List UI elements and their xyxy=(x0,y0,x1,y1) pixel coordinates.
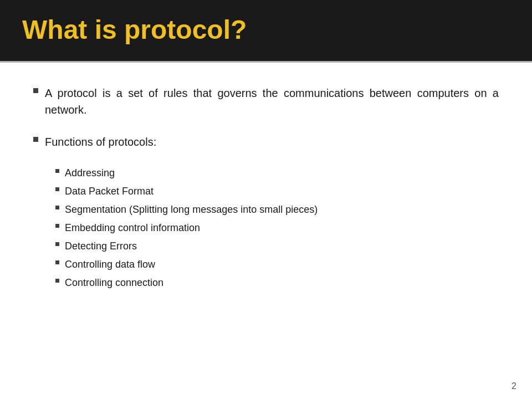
main-bullet-1: A protocol is a set of rules that govern… xyxy=(33,85,499,118)
sub-bullet-icon-4 xyxy=(55,224,59,228)
sub-bullet-6: Controlling data flow xyxy=(55,257,499,272)
bullet-icon-1 xyxy=(33,88,38,93)
sub-bullet-text-5: Detecting Errors xyxy=(65,239,137,254)
page-number: 2 xyxy=(511,381,516,391)
sub-bullet-text-2: Data Packet Format xyxy=(65,184,154,199)
sub-bullet-icon-1 xyxy=(55,169,59,173)
sub-bullet-1: Addressing xyxy=(55,166,499,181)
slide: What is protocol? A protocol is a set of… xyxy=(0,0,532,399)
sub-bullet-icon-3 xyxy=(55,206,59,209)
sub-bullet-text-6: Controlling data flow xyxy=(65,257,155,272)
slide-title: What is protocol? xyxy=(22,14,247,45)
sub-bullet-7: Controlling connection xyxy=(55,275,499,290)
sub-bullet-2: Data Packet Format xyxy=(55,184,499,199)
sub-bullet-text-7: Controlling connection xyxy=(65,275,163,290)
functions-label: Functions of protocols: xyxy=(45,134,156,150)
slide-header: What is protocol? xyxy=(0,0,532,61)
sub-bullet-3: Segmentation (Splitting long messages in… xyxy=(55,202,499,217)
sub-bullet-icon-5 xyxy=(55,242,59,246)
slide-content: A protocol is a set of rules that govern… xyxy=(0,63,532,399)
main-bullet-2: Functions of protocols: xyxy=(33,134,499,150)
sub-bullets-list: Addressing Data Packet Format Segmentati… xyxy=(55,166,499,290)
sub-bullet-icon-7 xyxy=(55,279,59,283)
sub-bullet-5: Detecting Errors xyxy=(55,239,499,254)
sub-bullet-text-4: Embedding control information xyxy=(65,221,200,236)
main-bullet-text-1: A protocol is a set of rules that govern… xyxy=(45,85,499,118)
sub-bullet-icon-6 xyxy=(55,260,59,264)
sub-bullet-4: Embedding control information xyxy=(55,221,499,236)
sub-bullet-icon-2 xyxy=(55,187,59,191)
sub-bullet-text-3: Segmentation (Splitting long messages in… xyxy=(65,202,318,217)
bullet-icon-2 xyxy=(33,137,38,142)
sub-bullet-text-1: Addressing xyxy=(65,166,115,181)
functions-section: Functions of protocols: Addressing Data … xyxy=(33,134,499,294)
